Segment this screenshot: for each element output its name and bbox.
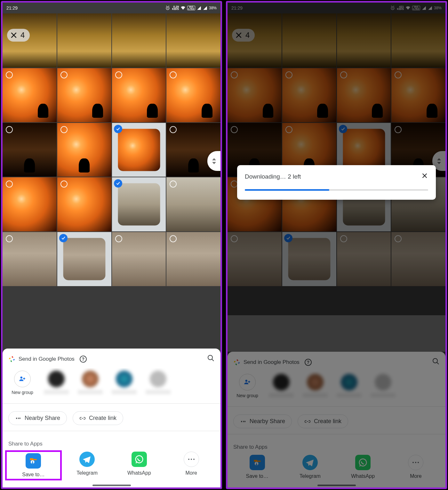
svg-point-6 <box>188 459 189 460</box>
photo-thumb[interactable] <box>112 13 166 68</box>
contact-blurred[interactable] <box>42 371 70 395</box>
status-icons: 0.29KB/S Vo1LTE2 38% <box>165 5 217 11</box>
photo-thumb[interactable] <box>112 177 166 231</box>
status-time: 21:29 <box>6 5 18 11</box>
svg-point-1 <box>208 355 212 360</box>
app-whatsapp[interactable]: WhatsApp <box>113 452 165 479</box>
progress-bar <box>245 189 428 191</box>
google-photos-icon <box>8 356 15 363</box>
svg-point-8 <box>193 459 195 460</box>
photo-thumb[interactable] <box>57 232 111 286</box>
whatsapp-icon <box>134 454 144 464</box>
signal-icon <box>197 6 201 10</box>
photo-thumb[interactable] <box>57 13 111 68</box>
sheet-title: Send in Google Photos <box>19 356 75 362</box>
nearby-share-chip[interactable]: Nearby Share <box>8 411 67 425</box>
share-sheet: Send in Google Photos ? New group Nearby… <box>3 349 220 487</box>
new-group-button[interactable]: New group <box>8 371 36 395</box>
phone-left: 21:29 0.29KB/S Vo1LTE2 38% 4 Send in Goo… <box>1 1 222 489</box>
contacts-row: New group <box>3 368 220 400</box>
phone-right: 21:29 421KB/S Vo1LTE2 38% 4 Send in Goog… <box>226 1 447 489</box>
download-text: Downloading… 2 left <box>245 173 301 180</box>
photo-thumb[interactable] <box>166 232 220 286</box>
photo-thumb[interactable] <box>112 232 166 286</box>
telegram-icon <box>79 452 95 467</box>
more-icon <box>188 458 195 461</box>
signal-icon-2 <box>203 6 207 10</box>
svg-point-7 <box>191 459 192 460</box>
share-to-apps-label: Share to Apps <box>3 434 220 449</box>
photo-thumb[interactable] <box>166 177 220 231</box>
download-dialog: Downloading… 2 left <box>237 165 436 200</box>
photo-thumb[interactable] <box>3 232 57 286</box>
photo-thumb[interactable] <box>166 68 220 122</box>
dialog-close-icon[interactable] <box>421 172 428 181</box>
photo-thumb[interactable] <box>112 68 166 122</box>
app-more[interactable]: More <box>165 452 217 479</box>
app-telegram[interactable]: Telegram <box>61 452 113 479</box>
photo-thumb[interactable] <box>3 68 57 122</box>
files-icon <box>29 456 38 465</box>
photo-thumb[interactable] <box>166 13 220 68</box>
contact-blurred[interactable] <box>110 371 138 395</box>
photo-thumb[interactable] <box>57 123 111 177</box>
battery-text: 38% <box>209 6 217 10</box>
scrim <box>228 3 445 315</box>
link-icon <box>79 415 86 422</box>
close-icon[interactable] <box>10 31 18 39</box>
app-save-to[interactable]: Save to… <box>5 450 62 480</box>
photo-thumb[interactable] <box>57 68 111 122</box>
nearby-icon <box>15 415 21 422</box>
status-bar: 21:29 0.29KB/S Vo1LTE2 38% <box>3 3 220 13</box>
alarm-icon <box>165 5 170 11</box>
photo-thumb[interactable] <box>3 177 57 231</box>
photo-thumb[interactable] <box>112 123 166 177</box>
selection-count: 4 <box>20 31 25 40</box>
search-icon[interactable] <box>207 354 215 364</box>
selection-badge[interactable]: 4 <box>7 29 30 42</box>
wifi-icon <box>180 5 186 11</box>
new-group-label: New group <box>12 390 33 395</box>
svg-point-2 <box>20 376 23 379</box>
nav-handle[interactable] <box>92 485 131 486</box>
help-icon[interactable]: ? <box>80 356 87 363</box>
photo-thumb[interactable] <box>57 177 111 231</box>
photo-thumb[interactable] <box>3 123 57 177</box>
contact-blurred[interactable] <box>76 371 104 395</box>
dim-layer <box>228 352 445 487</box>
contact-blurred[interactable] <box>144 371 172 395</box>
share-sheet: Send in Google Photos ? New group Nearby… <box>228 352 445 487</box>
create-link-chip[interactable]: Create link <box>73 411 123 425</box>
